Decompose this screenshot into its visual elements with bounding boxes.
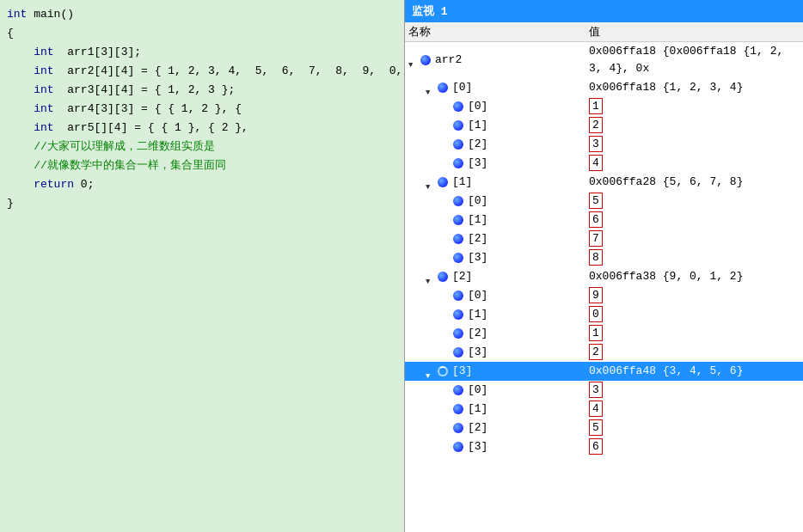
value-box: 2 <box>589 344 603 360</box>
code-line: //就像数学中的集合一样，集合里面同 <box>7 156 397 175</box>
ball-icon <box>453 290 463 301</box>
watch-item-name: [1] <box>468 211 487 229</box>
watch-row[interactable]: [3]6 <box>405 437 803 456</box>
watch-item-name: [0] <box>468 98 487 115</box>
watch-row[interactable]: [3]8 <box>405 248 803 267</box>
ball-icon <box>453 385 463 395</box>
watch-row[interactable]: [1]0x006ffa28 {5, 6, 7, 8} <box>405 173 803 192</box>
watch-row[interactable]: [1]4 <box>405 400 803 419</box>
watch-item-name: [0] <box>468 287 487 304</box>
ball-icon <box>453 139 463 150</box>
ball-icon <box>438 272 448 282</box>
code-line: int arr5[][4] = { { 1 }, { 2 }, <box>7 119 397 138</box>
watch-item-name: [0] <box>468 382 487 399</box>
watch-name-cell: [1] <box>408 117 589 134</box>
watch-value-cell: 4 <box>589 401 800 418</box>
value-box: 3 <box>589 136 603 152</box>
watch-name-cell: [0] <box>408 382 589 399</box>
code-line: int arr1[3][3]; <box>7 43 397 62</box>
watch-name-cell: [1] <box>408 174 589 191</box>
watch-name-cell: [2] <box>408 268 589 285</box>
code-line: return 0; <box>7 175 397 194</box>
watch-item-name: [2] <box>452 268 472 285</box>
watch-value-cell: 0x006ffa28 {5, 6, 7, 8} <box>589 174 800 191</box>
code-line: { <box>7 24 397 43</box>
loading-icon <box>438 366 448 376</box>
expand-icon[interactable] <box>408 56 417 64</box>
watch-name-cell: arr2 <box>408 52 589 69</box>
watch-value-cell: 6 <box>589 211 800 229</box>
watch-value-cell: 3 <box>589 136 800 153</box>
watch-value-cell: 2 <box>589 117 800 134</box>
value-box: 6 <box>589 211 603 228</box>
ball-icon <box>453 328 463 339</box>
value-box: 2 <box>589 117 603 133</box>
watch-name-cell: [1] <box>408 211 589 229</box>
watch-name-cell: [0] <box>408 98 589 115</box>
watch-header: 监视 1 <box>405 0 803 22</box>
ball-icon <box>453 101 463 112</box>
code-line: } <box>7 194 397 213</box>
ball-icon <box>453 215 463 225</box>
watch-row[interactable]: [3]0x006ffa48 {3, 4, 5, 6} <box>405 362 803 381</box>
watch-item-name: [1] <box>468 306 487 323</box>
watch-row[interactable]: [1]0 <box>405 305 803 324</box>
watch-value-cell: 6 <box>589 438 800 456</box>
code-line: int arr3[4][4] = { 1, 2, 3 }; <box>7 81 397 100</box>
watch-item-name: [3] <box>468 438 487 456</box>
watch-value-cell: 5 <box>589 419 800 437</box>
ball-icon <box>453 158 463 168</box>
expand-icon[interactable] <box>426 272 434 281</box>
watch-row[interactable]: [1]6 <box>405 211 803 229</box>
watch-row[interactable]: [0]0x006ffa18 {1, 2, 3, 4} <box>405 78 803 97</box>
watch-row[interactable]: arr20x006ffa18 {0x006ffa18 {1, 2, 3, 4},… <box>405 42 803 78</box>
watch-row[interactable]: [1]2 <box>405 116 803 135</box>
value-box: 7 <box>589 230 603 247</box>
watch-value-cell: 1 <box>589 325 800 342</box>
code-panel: int main(){ int arr1[3][3]; int arr2[4][… <box>0 0 404 532</box>
watch-value-cell: 5 <box>589 193 800 210</box>
watch-name-cell: [0] <box>408 193 589 210</box>
watch-row[interactable]: [0]9 <box>405 286 803 305</box>
watch-item-name: [1] <box>468 117 487 134</box>
expand-icon[interactable] <box>426 178 434 187</box>
watch-row[interactable]: [3]4 <box>405 154 803 173</box>
watch-body[interactable]: arr20x006ffa18 {0x006ffa18 {1, 2, 3, 4},… <box>405 42 803 532</box>
expand-icon[interactable] <box>426 83 434 92</box>
watch-value-cell: 8 <box>589 249 800 266</box>
watch-name-cell: [3] <box>408 363 589 380</box>
watch-item-name: [2] <box>468 230 487 248</box>
value-box: 5 <box>589 419 603 436</box>
watch-row[interactable]: [2]3 <box>405 135 803 154</box>
watch-item-name: arr2 <box>435 52 462 69</box>
watch-row[interactable]: [2]0x006ffa38 {9, 0, 1, 2} <box>405 267 803 286</box>
watch-name-cell: [3] <box>408 155 589 172</box>
ball-icon <box>453 442 463 452</box>
watch-row[interactable]: [2]5 <box>405 419 803 437</box>
watch-value-cell: 3 <box>589 382 800 399</box>
value-box: 8 <box>589 249 603 266</box>
watch-row[interactable]: [0]3 <box>405 381 803 400</box>
expand-icon[interactable] <box>426 367 434 376</box>
watch-name-cell: [0] <box>408 287 589 304</box>
ball-icon <box>453 309 463 320</box>
watch-name-cell: [3] <box>408 249 589 266</box>
ball-icon <box>453 196 463 206</box>
watch-name-cell: [3] <box>408 344 589 361</box>
watch-row[interactable]: [0]5 <box>405 192 803 211</box>
watch-item-name: [1] <box>468 401 487 418</box>
watch-row[interactable]: [2]7 <box>405 229 803 248</box>
watch-value-cell: 1 <box>589 98 800 115</box>
watch-row[interactable]: [2]1 <box>405 324 803 343</box>
ball-icon <box>438 177 448 187</box>
watch-item-name: [0] <box>452 79 472 96</box>
watch-row[interactable]: [0]1 <box>405 97 803 116</box>
watch-item-name: [2] <box>468 419 487 437</box>
watch-value-cell: 0x006ffa18 {1, 2, 3, 4} <box>589 79 800 96</box>
watch-item-name: [2] <box>468 136 487 153</box>
code-line: //大家可以理解成，二维数组实质是 <box>7 138 397 156</box>
watch-item-name: [3] <box>468 344 487 361</box>
watch-row[interactable]: [3]2 <box>405 343 803 362</box>
ball-icon <box>453 120 463 131</box>
watch-item-name: [2] <box>468 325 487 342</box>
